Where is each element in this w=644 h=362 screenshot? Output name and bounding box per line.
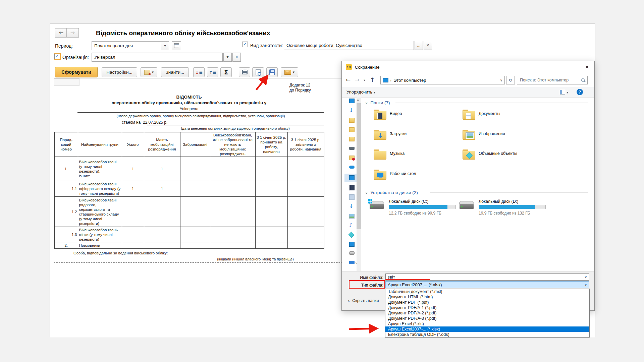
folder-item-video[interactable]: Видео — [374, 110, 454, 125]
sidebar-folder-icon[interactable] — [349, 137, 355, 141]
collapse-groups-button[interactable]: ↓≡ — [193, 67, 205, 77]
sidebar-desktop-icon[interactable] — [349, 99, 355, 103]
filetype-option[interactable]: Документ PDF/A-3 (*.pdf) — [385, 316, 589, 321]
folder-item-pictures[interactable]: Изображения — [463, 130, 543, 145]
help-button[interactable]: ? — [577, 89, 583, 95]
view-mode-button[interactable] — [560, 90, 565, 95]
hide-folders-button[interactable]: ∧Скрыть папки — [347, 298, 379, 303]
filetype-dropdown-icon[interactable]: ∨ — [585, 283, 587, 287]
employment-checkbox[interactable]: ✓ — [242, 42, 248, 47]
organization-dropdown-button[interactable]: ▾ — [223, 53, 232, 62]
org-caption: (назва державного органу, органу місцево… — [77, 114, 324, 118]
filetype-option[interactable]: Документ PDF (*.pdf) — [385, 300, 589, 305]
printer-icon — [242, 70, 248, 74]
header-cell: Мають мобілізаційні розпорядження — [144, 132, 180, 157]
page-title: Відомість оперативного обліку військовоз… — [96, 29, 270, 37]
employment-choose-button[interactable]: ... — [415, 41, 423, 50]
sidebar-desktop2-icon[interactable] — [349, 242, 355, 247]
folder-item-downloads[interactable]: ↓ Загрузки — [374, 130, 454, 145]
copy-settings-button[interactable]: ▾ — [141, 67, 157, 77]
drive-item-d[interactable]: Локальный диск (D:) 19,9 ГБ свободно из … — [459, 198, 546, 215]
address-bar[interactable]: › Этот компьютер ∨ — [380, 76, 505, 84]
drive-free-space: 12,2 ГБ свободно из 99,9 ГБ — [389, 211, 441, 216]
print-button[interactable] — [239, 67, 250, 77]
sidebar-downloads-icon[interactable]: ↓ — [349, 108, 355, 113]
address-dropdown-icon[interactable]: ∨ — [500, 78, 502, 82]
sidebar-onedrive-icon[interactable] — [349, 166, 355, 169]
close-button[interactable]: ✕ — [582, 63, 592, 71]
filetype-option[interactable]: Електрона таблиця ODF (*.ods) — [385, 332, 589, 337]
filetype-option-selected[interactable]: Аркуш Excel2007-... (*.xlsx) — [385, 326, 589, 332]
organization-input[interactable]: Універсал — [92, 53, 223, 62]
devices-group-header[interactable]: ∨Устройства и диски (2) — [365, 189, 418, 195]
organization-checkbox[interactable]: ✓ — [54, 54, 60, 59]
organization-clear-button[interactable]: × — [232, 53, 241, 62]
drive-item-c[interactable]: Локальный диск (C:) 12,2 ГБ свободно из … — [369, 198, 457, 215]
refresh-button[interactable]: ↻ — [506, 76, 515, 84]
folder-item-3d-objects[interactable]: Объемные объекты — [463, 149, 543, 165]
employment-label: Вид занятости: — [250, 43, 283, 48]
filetype-option[interactable]: Аркуш Excel (*.xls) — [385, 321, 589, 326]
sidebar-downloads-icon[interactable]: ↓ — [349, 204, 355, 208]
forward-button[interactable]: → — [66, 28, 79, 38]
filetype-option[interactable]: Табличный документ (*.mxl) — [385, 289, 589, 294]
sidebar-printer-icon[interactable] — [349, 147, 355, 150]
sidebar-folder-icon[interactable] — [349, 127, 355, 132]
folder-item-documents[interactable]: Документы — [463, 110, 543, 125]
sidebar-creative-cloud-icon[interactable] — [349, 156, 355, 160]
cell — [255, 242, 287, 249]
find-button[interactable]: Знайти... — [161, 67, 189, 77]
clear-icon: × — [235, 55, 238, 59]
organize-button[interactable]: Упорядочить ▾ — [346, 89, 375, 95]
settings-button[interactable]: Настройки... — [102, 67, 137, 77]
nav-history-button[interactable]: ∨ — [363, 78, 366, 81]
scrollbar-up-icon[interactable]: ▴ — [357, 98, 359, 101]
cell-mob — [144, 227, 180, 242]
table-row: 1.1 Військовозобов'язані офіцерського ск… — [54, 181, 324, 197]
folders-group-header[interactable]: ∨Папки (7) — [365, 100, 390, 106]
employment-clear-button[interactable]: × — [424, 41, 432, 50]
sum-button[interactable]: Σ — [220, 67, 232, 77]
report-table[interactable]: Поряд- ковий номер Найменування групи Ус… — [54, 132, 324, 249]
filetype-combo[interactable]: Аркуш Excel2007-... (*.xlsx) ∨ — [385, 281, 589, 288]
filename-dropdown-icon[interactable]: ∨ — [585, 275, 587, 279]
expand-groups-button[interactable]: ↑≡ — [207, 67, 218, 77]
cell-name: Призовники — [78, 242, 122, 249]
folder-label: Изображения — [479, 131, 505, 136]
period-input[interactable]: Початок цього дня — [92, 41, 161, 50]
sidebar-videos-icon[interactable] — [349, 185, 355, 190]
nav-up-button[interactable]: ↑ — [370, 76, 375, 83]
view-mode-caret-icon[interactable]: ▾ — [567, 90, 568, 94]
sidebar-scrollbar-thumb[interactable] — [357, 103, 361, 229]
forward-icon: → — [70, 29, 75, 36]
filetype-option[interactable]: Документ HTML (*.htm) — [385, 294, 589, 300]
search-box[interactable]: Поиск в: Этот компьютер — [517, 76, 588, 84]
sidebar-music-icon[interactable]: ♪ — [349, 223, 355, 227]
filetype-option[interactable]: Документ PDF/A-1 (*.pdf) — [385, 305, 589, 310]
generate-button[interactable]: Сформувати — [55, 67, 98, 77]
cell-num: 1.1 — [54, 181, 78, 197]
cell — [180, 242, 210, 249]
nav-back-button[interactable]: ← — [346, 76, 351, 83]
folder-item-desktop[interactable]: Рабочий стол — [374, 170, 454, 185]
send-mail-button[interactable]: ▾ — [281, 67, 298, 77]
folder-item-music[interactable]: Музыка — [374, 149, 454, 165]
filetype-option[interactable]: Документ PDF/A-2 (*.pdf) — [385, 310, 589, 316]
period-dropdown-button[interactable]: ▾ — [161, 41, 169, 50]
close-icon: ✕ — [585, 64, 589, 70]
search-icon — [581, 78, 585, 82]
sidebar-pictures-icon[interactable] — [349, 214, 355, 219]
sidebar-3d-objects-icon[interactable] — [348, 232, 354, 238]
sidebar-documents-icon[interactable] — [349, 194, 355, 200]
back-button[interactable]: ← — [55, 28, 67, 38]
date-caption: (дата внесення останніх змін до відомост… — [147, 126, 324, 130]
sidebar-this-pc-icon[interactable] — [349, 175, 355, 180]
sidebar-disk-icon[interactable] — [349, 251, 355, 255]
group-collapse-icon: ∨ — [365, 101, 368, 105]
nav-forward-button[interactable]: → — [355, 76, 359, 83]
employment-input[interactable]: Основне місце роботи; Сумісництво — [284, 41, 414, 50]
sidebar-network-icon[interactable] — [349, 261, 355, 264]
period-calendar-button[interactable] — [172, 41, 181, 50]
sidebar-folder-icon[interactable] — [349, 118, 355, 123]
group-divider — [395, 103, 588, 103]
